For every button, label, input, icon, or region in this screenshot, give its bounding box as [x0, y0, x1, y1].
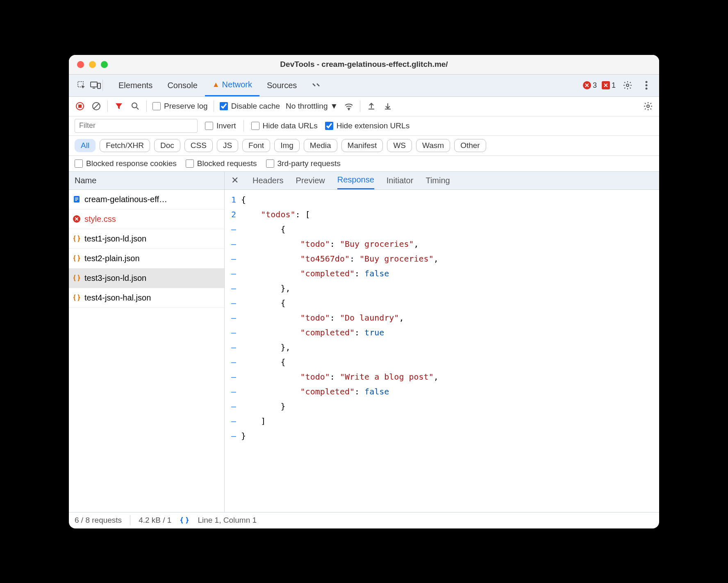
request-name: test1-json-ld.json	[84, 234, 146, 244]
blocked-cookies-checkbox[interactable]: Blocked response cookies	[75, 159, 177, 168]
blocked-requests-checkbox[interactable]: Blocked requests	[186, 159, 257, 168]
pretty-print-icon[interactable]	[180, 516, 189, 524]
inspect-element-icon[interactable]	[75, 78, 89, 92]
response-code[interactable]: 12––––––––––––––– { "todos": [ { "todo":…	[225, 190, 659, 512]
svg-point-4	[646, 81, 648, 83]
close-detail-button[interactable]: ✕	[230, 175, 240, 186]
invert-input[interactable]	[205, 122, 213, 130]
errors-badge[interactable]: ✕ 3	[583, 81, 597, 90]
tab-elements[interactable]: Elements	[111, 74, 160, 96]
request-row[interactable]: style.css	[69, 210, 224, 229]
filter-chip-css[interactable]: CSS	[184, 139, 213, 152]
hide-extension-urls-checkbox[interactable]: Hide extension URLs	[325, 121, 410, 130]
filter-chip-media[interactable]: Media	[304, 139, 337, 152]
dtab-timing[interactable]: Timing	[425, 171, 450, 189]
request-row[interactable]: test1-json-ld.json	[69, 229, 224, 249]
filter-row: Invert Hide data URLs Hide extension URL…	[69, 116, 659, 136]
request-name: style.css	[84, 214, 116, 224]
svg-point-11	[348, 109, 349, 110]
request-row[interactable]: test4-json-hal.json	[69, 288, 224, 308]
issues-count: 1	[612, 81, 616, 90]
kebab-menu-icon[interactable]	[639, 78, 653, 92]
list-header-name[interactable]: Name	[69, 172, 224, 190]
status-size: 4.2 kB / 1	[139, 516, 171, 525]
filter-chip-manifest[interactable]: Manifest	[341, 139, 383, 152]
close-window-button[interactable]	[77, 61, 84, 68]
third-party-input[interactable]	[266, 159, 274, 168]
blocked-requests-input[interactable]	[186, 159, 194, 168]
titlebar: DevTools - cream-gelatinous-effect.glitc…	[69, 55, 659, 75]
preserve-log-input[interactable]	[152, 102, 161, 110]
toolbar-right: ✕ 3 ✕ 1	[583, 78, 653, 92]
minimize-window-button[interactable]	[89, 61, 96, 68]
traffic-lights	[69, 61, 108, 68]
invert-checkbox[interactable]: Invert	[205, 121, 236, 130]
filter-chip-doc[interactable]: Doc	[154, 139, 180, 152]
json-file-icon	[72, 254, 81, 263]
filter-icon[interactable]	[114, 101, 124, 112]
filter-chip-all[interactable]: All	[75, 139, 96, 152]
blocked-cookies-input[interactable]	[75, 159, 83, 168]
disable-cache-checkbox[interactable]: Disable cache	[220, 102, 280, 111]
dtab-response[interactable]: Response	[337, 171, 374, 189]
filter-chip-other[interactable]: Other	[454, 139, 486, 152]
throttling-label: No throttling	[286, 102, 328, 111]
record-button[interactable]	[75, 101, 85, 112]
hide-ext-label: Hide extension URLs	[337, 121, 410, 130]
blocked-requests-label: Blocked requests	[197, 159, 257, 168]
request-name: test2-plain.json	[84, 254, 140, 263]
hide-data-urls-checkbox[interactable]: Hide data URLs	[251, 121, 318, 130]
request-name: test3-json-ld.json	[84, 273, 146, 283]
request-row[interactable]: cream-gelatinous-eff…	[69, 190, 224, 210]
filter-chip-img[interactable]: Img	[274, 139, 300, 152]
filter-input[interactable]	[75, 119, 198, 133]
svg-point-3	[626, 84, 629, 87]
hide-ext-input[interactable]	[325, 122, 333, 130]
tab-network[interactable]: ▲ Network	[205, 74, 259, 96]
filter-chip-wasm[interactable]: Wasm	[416, 139, 450, 152]
clear-button[interactable]	[91, 101, 102, 112]
blocked-cookies-label: Blocked response cookies	[86, 159, 177, 168]
hide-data-input[interactable]	[251, 122, 259, 130]
dtab-initiator[interactable]: Initiator	[387, 171, 414, 189]
filter-chip-ws[interactable]: WS	[387, 139, 412, 152]
upload-har-icon[interactable]	[366, 101, 377, 112]
request-row[interactable]: test3-json-ld.json	[69, 269, 224, 288]
warning-icon: ▲	[212, 80, 220, 89]
errors-count: 3	[593, 81, 597, 90]
tab-more[interactable]	[304, 74, 329, 96]
search-icon[interactable]	[130, 101, 141, 112]
filter-chip-js[interactable]: JS	[217, 139, 238, 152]
list-body: cream-gelatinous-eff…style.csstest1-json…	[69, 190, 224, 512]
preserve-log-checkbox[interactable]: Preserve log	[152, 102, 208, 111]
network-settings-icon[interactable]	[643, 101, 653, 112]
line-gutter: 12–––––––––––––––	[225, 190, 241, 512]
disable-cache-input[interactable]	[220, 102, 228, 110]
separator	[130, 515, 130, 525]
filter-chip-font[interactable]: Font	[242, 139, 270, 152]
request-row[interactable]: test2-plain.json	[69, 249, 224, 269]
separator	[146, 100, 147, 112]
separator	[243, 120, 244, 132]
settings-icon[interactable]	[621, 78, 635, 92]
filter-chip-fetch-xhr[interactable]: Fetch/XHR	[100, 139, 150, 152]
dtab-preview[interactable]: Preview	[296, 171, 325, 189]
maximize-window-button[interactable]	[101, 61, 108, 68]
svg-rect-14	[75, 198, 78, 198]
throttling-select[interactable]: No throttling ▼	[286, 102, 338, 111]
more-filters-row: Blocked response cookies Blocked request…	[69, 156, 659, 172]
request-name: cream-gelatinous-eff…	[84, 195, 167, 204]
main-tabs: Elements Console ▲ Network Sources	[111, 74, 583, 96]
network-conditions-icon[interactable]	[344, 101, 354, 112]
dtab-headers[interactable]: Headers	[253, 171, 284, 189]
status-cursor: Line 1, Column 1	[198, 516, 257, 525]
third-party-checkbox[interactable]: 3rd-party requests	[266, 159, 341, 168]
json-file-icon	[72, 234, 81, 243]
device-toggle-icon[interactable]	[89, 78, 102, 92]
hide-data-label: Hide data URLs	[263, 121, 318, 130]
detail-pane: ✕ Headers Preview Response Initiator Tim…	[225, 172, 659, 512]
issues-badge[interactable]: ✕ 1	[602, 81, 616, 90]
download-har-icon[interactable]	[382, 101, 393, 112]
tab-sources[interactable]: Sources	[259, 74, 304, 96]
tab-console[interactable]: Console	[160, 74, 205, 96]
